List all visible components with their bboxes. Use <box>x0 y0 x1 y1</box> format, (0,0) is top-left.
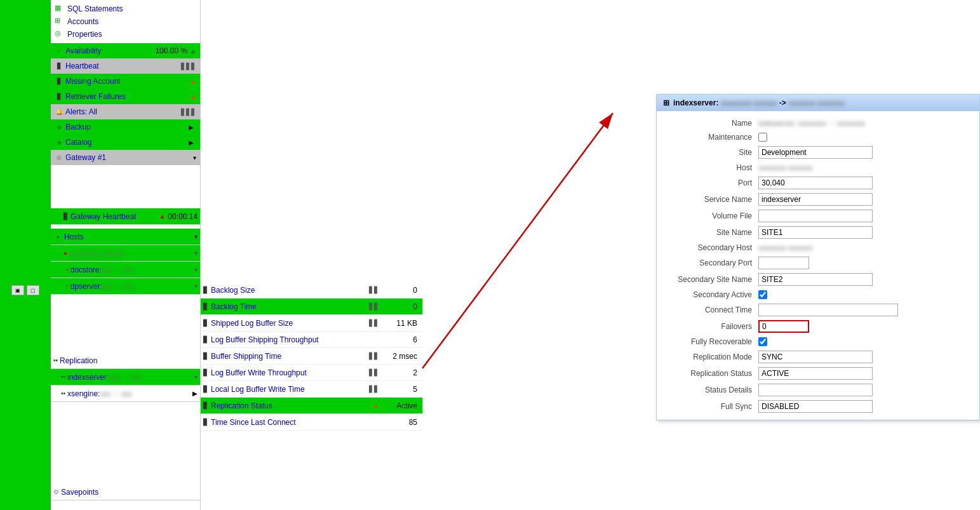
savepoints-item[interactable]: ⚙ Savepoints <box>51 484 200 500</box>
backup-icon: ◈ <box>55 123 64 131</box>
docstore-row[interactable]: • docstore: xxx → xxx ▾ <box>51 262 200 278</box>
host-value: xxxxxxxx xxxxxxx <box>758 164 973 171</box>
maintenance-checkbox[interactable] <box>758 133 767 142</box>
host-collapse-icon2: ▾ <box>194 250 198 257</box>
connect-time-input[interactable] <box>758 304 898 316</box>
local-log-chart: ▋▋ <box>369 386 379 393</box>
accounts-icon: ⊞ <box>55 17 65 27</box>
replication-mode-input[interactable] <box>758 351 873 363</box>
gateway-sub-panel: ▊ Gateway Heartbeat ▲ 00:00:14 <box>51 208 200 225</box>
host-blurred-icon: ● <box>64 250 67 257</box>
local-log-buffer-write-time-row[interactable]: ▊ Local Log Buffer Write Time ▋▋ 5 <box>201 381 422 398</box>
detail-panel-header: ⊞ indexserver: xxxxxxxx xxxxxx -> xxxxxx… <box>657 95 979 111</box>
savepoints-icon: ⚙ <box>53 488 59 495</box>
site-name-input[interactable] <box>758 226 873 239</box>
site-input[interactable] <box>758 146 873 159</box>
secondary-site-name-input[interactable] <box>758 273 873 286</box>
host-field-row: Host xxxxxxxx xxxxxxx <box>657 161 979 175</box>
backlog-time-bar-icon: ▊ <box>203 303 208 310</box>
gateway-icon: ◎ <box>55 153 64 162</box>
service-name-input[interactable] <box>758 193 873 206</box>
svg-line-1 <box>422 113 613 368</box>
backlog-time-chart: ▋▋ <box>369 303 379 310</box>
failovers-input[interactable] <box>758 320 809 333</box>
replication-status-input[interactable] <box>758 367 873 380</box>
host-blurred-row[interactable]: ● xxxxxxxxx xxxxxx ▾ <box>51 245 200 262</box>
hosts-item[interactable]: ● Hosts ▾ <box>51 229 200 245</box>
buffer-shipping-chart: ▋▋ <box>369 352 379 359</box>
log-buffer-write-icon: ▊ <box>203 369 208 376</box>
volume-file-input[interactable] <box>758 210 873 222</box>
gw-heartbeat-alert-icon: ▲ <box>159 213 165 220</box>
savepoints-panel: ⚙ Savepoints <box>51 484 200 500</box>
detail-body: Name indexserver: xxxxxxxx → xxxxxxxx Ma… <box>657 111 979 420</box>
shipped-log-buffer-size-row[interactable]: ▊ Shipped Log Buffer Size ▋▋ 11 KB <box>201 315 422 332</box>
backlog-time-row[interactable]: ▊ Backlog Time ▋▋ 0 <box>201 299 422 315</box>
backup-item[interactable]: ◈ Backup ▶ <box>51 119 200 135</box>
replication-status-metric-row[interactable]: ▊ Replication Status ▲ Active <box>201 398 422 414</box>
missing-account-alert: ▲ <box>190 78 196 85</box>
dpserver-row[interactable]: • dpserver: xxx → xxx ▾ <box>51 278 200 295</box>
status-details-input[interactable] <box>758 384 873 396</box>
detail-header-icon: ⊞ <box>663 98 669 107</box>
detail-panel-title: indexserver: xxxxxxxx xxxxxx -> xxxxxxx … <box>673 98 845 107</box>
replication-status-field-row: Replication Status <box>657 365 979 382</box>
sidebar-tool-2[interactable]: ▢ <box>27 285 39 295</box>
log-buffer-write-throughput-row[interactable]: ▊ Log Buffer Write Throughput ▋▋ 2 <box>201 365 422 381</box>
gateway-heartbeat-row[interactable]: ▊ Gateway Heartbeat ▲ 00:00:14 <box>51 208 200 225</box>
docstore-icon: • <box>66 266 69 273</box>
sidebar-tool-1[interactable]: ▣ <box>11 285 24 295</box>
indexserver-replication-row[interactable]: •• indexserver: xxx → xxx ▾ <box>51 369 200 386</box>
local-log-icon: ▊ <box>203 386 208 393</box>
log-buffer-throughput-row[interactable]: ▊ Log Buffer Shipping Throughput 6 <box>201 332 422 348</box>
xsengine-icon: •• <box>61 390 65 397</box>
accounts-link[interactable]: ⊞ Accounts <box>55 15 196 28</box>
time-since-last-connect-row[interactable]: ▊ Time Since Last Connect 85 <box>201 414 422 431</box>
site-field-row: Site <box>657 144 979 161</box>
secondary-active-field-row: Secondary Active <box>657 288 979 302</box>
status-details-field-row: Status Details <box>657 382 979 398</box>
connect-time-field-row: Connect Time <box>657 302 979 318</box>
properties-icon: ◎ <box>55 29 65 39</box>
detail-panel: ⊞ indexserver: xxxxxxxx xxxxxx -> xxxxxx… <box>656 94 980 420</box>
metrics-panel: ▊ Backlog Size ▋▋ 0 ▊ Backlog Time ▋▋ 0 … <box>200 0 422 510</box>
fully-recoverable-checkbox[interactable] <box>758 337 767 346</box>
dpserver-collapse-icon: ▾ <box>194 283 198 290</box>
retriever-failures-item[interactable]: ▊ Retriever Failures ▲ <box>51 89 200 104</box>
xsengine-expand-arrow: ▶ <box>192 390 198 397</box>
backlog-size-chart: ▋▋ <box>369 286 379 293</box>
catalog-item[interactable]: ◈ Catalog ▶ <box>51 135 200 150</box>
buffer-shipping-time-row[interactable]: ▊ Buffer Shipping Time ▋▋ 2 msec <box>201 348 422 365</box>
backup-expand-arrow: ▶ <box>189 124 194 131</box>
sql-statements-link[interactable]: ▦ SQL Statements <box>55 3 196 15</box>
secondary-site-name-field-row: Secondary Site Name <box>657 271 979 288</box>
heartbeat-chart: ▋▋▋ <box>181 63 196 70</box>
log-write-chart: ▋▋ <box>369 369 379 376</box>
missing-account-item[interactable]: ▊ Missing Account ▲ <box>51 74 200 89</box>
docstore-collapse-icon: ▾ <box>194 266 198 273</box>
gateway-item[interactable]: ◎ Gateway #1 ▾ <box>51 150 200 165</box>
secondary-host-field-row: Secondary Host xxxxxxxx xxxxxxx <box>657 241 979 255</box>
hosts-icon: ● <box>53 232 62 241</box>
xsengine-row[interactable]: •• xsengine: xxx → xxx ▶ <box>51 386 200 402</box>
retriever-alert: ▲ <box>190 93 196 100</box>
replication-panel: •• Replication •• indexserver: xxx → xxx… <box>51 352 200 402</box>
shipped-log-bar-icon: ▊ <box>203 319 208 326</box>
indexserver-repl-icon: •• <box>61 373 65 380</box>
replication-mode-field-row: Replication Mode <box>657 349 979 365</box>
check-icon: ✓ <box>55 46 64 55</box>
full-sync-input[interactable] <box>758 400 873 413</box>
availability-item[interactable]: ✓ Availability 100.00 % ▲ <box>51 43 200 58</box>
properties-link[interactable]: ◎ Properties <box>55 28 196 41</box>
gateway-collapse-icon: ▾ <box>193 154 196 161</box>
heartbeat-item[interactable]: ▊ Heartbeat ▋▋▋ <box>51 58 200 74</box>
secondary-active-checkbox[interactable] <box>758 290 767 299</box>
replication-item[interactable]: •• Replication <box>51 352 200 369</box>
alerts-all-item[interactable]: 🔔 Alerts: All ▋▋▋ <box>51 104 200 119</box>
port-input[interactable] <box>758 177 873 189</box>
backlog-size-row[interactable]: ▊ Backlog Size ▋▋ 0 <box>201 282 422 299</box>
availability-chart-icon: ▲ <box>190 48 196 55</box>
hosts-panel: ● Hosts ▾ ● xxxxxxxxx xxxxxx ▾ • docstor… <box>51 229 200 295</box>
secondary-port-input[interactable] <box>758 257 809 269</box>
secondary-host-value: xxxxxxxx xxxxxxx <box>758 244 973 252</box>
